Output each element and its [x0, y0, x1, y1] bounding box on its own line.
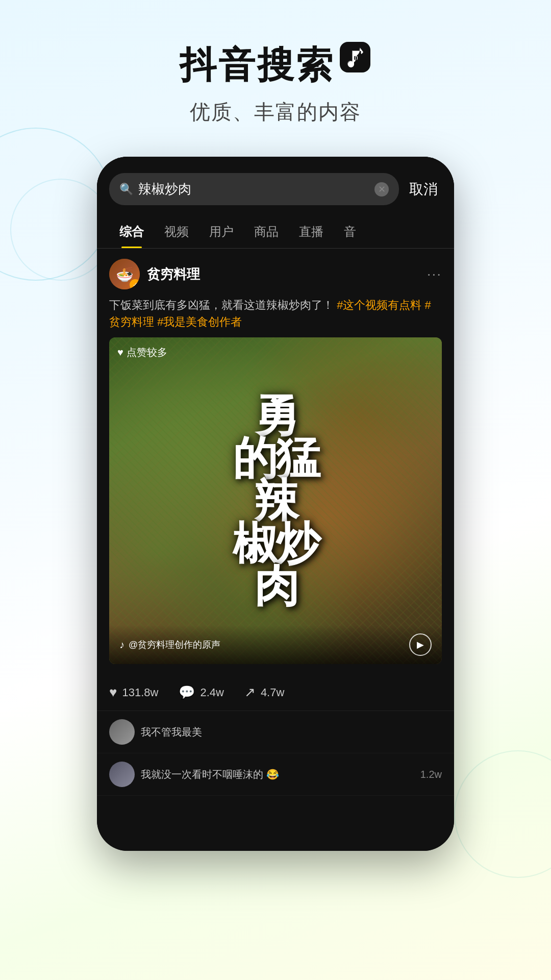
post-header: 🍜 ✓ 贫穷料理 ··· — [109, 259, 442, 289]
comment-preview-1: 我不管我最美 — [97, 711, 454, 753]
app-header: 抖音搜索 ♪ 优质、丰富的内容 — [0, 0, 551, 146]
header-subtitle: 优质、丰富的内容 — [0, 98, 551, 126]
more-options-icon[interactable]: ··· — [427, 266, 442, 282]
video-thumbnail[interactable]: ♥ 点赞较多 勇 的猛 辣 椒炒 肉 — [109, 337, 442, 664]
tiktok-logo-icon: ♪ — [339, 41, 371, 80]
comments-icon: 💬 — [179, 684, 195, 700]
video-title-line5: 肉 — [233, 565, 318, 607]
video-title-line2: 的猛 — [233, 437, 318, 480]
comments-count: 2.4w — [200, 686, 223, 699]
hashtag-3[interactable]: #我是美食创作者 — [157, 315, 242, 328]
heart-icon: ♥ — [117, 347, 123, 358]
likes-count: 131.8w — [122, 686, 158, 699]
search-bar: 🔍 辣椒炒肉 ✕ 取消 — [97, 157, 454, 215]
post-desc-text: 下饭菜到底有多凶猛，就看这道辣椒炒肉了！ — [109, 299, 334, 311]
search-clear-button[interactable]: ✕ — [374, 182, 389, 197]
commenter-avatar-1 — [109, 719, 135, 745]
video-bottom-bar: ♪ @贫穷料理创作的原声 ▶ — [109, 625, 442, 664]
post-stats-row: ♥ 131.8w 💬 2.4w ↗ 4.7w — [97, 674, 454, 711]
header-title-row: 抖音搜索 ♪ — [0, 41, 551, 90]
badge-text: 点赞较多 — [127, 346, 167, 359]
post-card: 🍜 ✓ 贫穷料理 ··· 下饭菜到底有多凶猛，就看这道辣椒炒肉了！ #这个视频有… — [97, 249, 454, 674]
tab-综合[interactable]: 综合 — [109, 215, 154, 248]
verified-badge: ✓ — [130, 279, 140, 289]
comments-stat[interactable]: 💬 2.4w — [179, 684, 223, 700]
video-like-badge: ♥ 点赞较多 — [117, 346, 167, 359]
shares-stat[interactable]: ↗ 4.7w — [244, 684, 284, 700]
tab-直播[interactable]: 直播 — [289, 215, 334, 248]
username-label: 贫穷料理 — [147, 265, 200, 283]
video-title-overlay: 勇 的猛 辣 椒炒 肉 — [233, 394, 318, 607]
post-user-info[interactable]: 🍜 ✓ 贫穷料理 — [109, 259, 200, 289]
hashtag-1[interactable]: #这个视频有点料 — [337, 299, 421, 311]
search-icon: 🔍 — [119, 183, 133, 196]
search-input-container[interactable]: 🔍 辣椒炒肉 ✕ — [109, 173, 399, 205]
comment-text-2: 我就没一次看时不咽唾沫的 😂 — [141, 767, 279, 781]
tab-音[interactable]: 音 — [334, 215, 366, 248]
video-title-line1: 勇 — [233, 394, 318, 437]
search-tabs: 综合 视频 用户 商品 直播 音 — [97, 215, 454, 249]
svg-text:♪: ♪ — [351, 47, 359, 66]
tab-商品[interactable]: 商品 — [244, 215, 289, 248]
comment-text-1: 我不管我最美 — [141, 725, 202, 739]
tab-视频[interactable]: 视频 — [154, 215, 199, 248]
commenter-avatar-2 — [109, 762, 135, 787]
phone-mockup: 🔍 辣椒炒肉 ✕ 取消 综合 视频 用户 商品 — [97, 157, 454, 851]
likes-stat[interactable]: ♥ 131.8w — [109, 684, 158, 700]
tab-用户[interactable]: 用户 — [199, 215, 244, 248]
search-query-text: 辣椒炒肉 — [138, 180, 369, 198]
user-avatar: 🍜 ✓ — [109, 259, 140, 289]
video-title-line4: 椒炒 — [233, 522, 318, 565]
shares-count: 4.7w — [261, 686, 284, 699]
shares-icon: ↗ — [244, 684, 256, 700]
comment-preview-2: 我就没一次看时不咽唾沫的 😂 1.2w — [97, 753, 454, 796]
play-button[interactable]: ▶ — [409, 633, 432, 656]
comment-count-2: 1.2w — [420, 769, 442, 780]
phone-screen: 🔍 辣椒炒肉 ✕ 取消 综合 视频 用户 商品 — [97, 157, 454, 851]
tiktok-small-icon: ♪ — [119, 639, 124, 651]
likes-icon: ♥ — [109, 684, 117, 700]
video-title-line3: 辣 — [233, 479, 318, 522]
video-sound-info: ♪ @贫穷料理创作的原声 — [119, 639, 220, 651]
phone-mockup-wrapper: 🔍 辣椒炒肉 ✕ 取消 综合 视频 用户 商品 — [0, 157, 551, 851]
sound-text: @贫穷料理创作的原声 — [129, 639, 220, 651]
post-description: 下饭菜到底有多凶猛，就看这道辣椒炒肉了！ #这个视频有点料 #贫穷料理 #我是美… — [109, 297, 442, 330]
app-title: 抖音搜索 — [180, 41, 335, 90]
search-cancel-button[interactable]: 取消 — [405, 180, 442, 199]
